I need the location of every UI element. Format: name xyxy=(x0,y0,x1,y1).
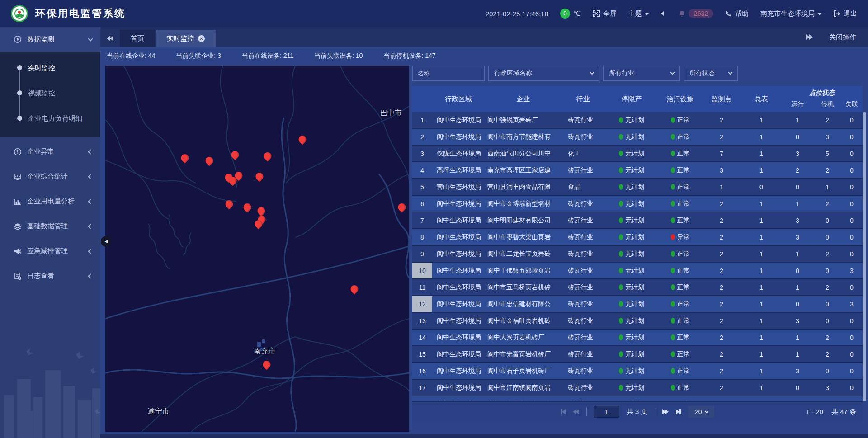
chevron-down-icon xyxy=(590,71,594,75)
sidebar-item-log-view[interactable]: 日志查看 xyxy=(0,264,100,288)
last-page-button[interactable] xyxy=(676,409,681,414)
table-cell: 2 xyxy=(702,330,741,345)
industry-select[interactable]: 所有行业 xyxy=(603,66,680,81)
page-size-select[interactable]: 20 xyxy=(688,406,714,418)
table-row[interactable]: 12阆中生态环境局阆中市忠信建材有限公砖瓦行业无计划正常21003 xyxy=(412,296,863,312)
table-row[interactable]: 14阆中生态环境局阆中大兴页岩机砖厂砖瓦行业无计划正常21120 xyxy=(412,330,863,345)
table-cell: 无计划 xyxy=(604,313,659,329)
table-cell: 砖瓦行业 xyxy=(561,162,604,178)
table-cell: 阆中生态环境局 xyxy=(432,313,485,329)
table-cell: 6 xyxy=(814,396,841,401)
table-cell: 1 xyxy=(781,346,814,362)
first-page-button[interactable] xyxy=(561,409,566,414)
sidebar-item-power-analysis[interactable]: 企业用电量分析 xyxy=(0,189,100,214)
sidebar-item-data-monitor[interactable]: 数据监测 xyxy=(0,27,100,52)
table-row[interactable]: 1阆中生态环境局阆中强锐页岩砖厂砖瓦行业无计划正常21120 xyxy=(412,112,863,128)
column-header-run[interactable]: 运行 xyxy=(781,100,814,108)
table-row[interactable]: 10阆中生态环境局阆中千佛镇五郎垭页岩砖瓦行业无计划正常21003 xyxy=(412,263,863,278)
map-collapse-toggle[interactable]: ◀ xyxy=(101,236,112,247)
column-header-stop[interactable]: 停机 xyxy=(814,100,841,108)
table-row[interactable]: 18南部生态环境局南部县砌华山泥有限公建材加工无计划正常60060 xyxy=(412,396,863,401)
sidebar-item-power-load-detail[interactable]: 企业电力负荷明细 xyxy=(0,106,100,131)
name-search-input[interactable] xyxy=(412,66,485,81)
table-cell: 2 xyxy=(702,279,741,295)
table-row[interactable]: 4高坪生态环境局南充市高坪区王家店建砖瓦行业无计划正常31220 xyxy=(412,162,863,178)
tab-realtime-monitor[interactable]: 实时监控 ✕ xyxy=(156,30,216,47)
tabs-scroll-right-button[interactable] xyxy=(800,28,819,46)
close-operations-button[interactable]: 关闭操作 xyxy=(829,33,856,42)
column-header-points[interactable]: 监测点 xyxy=(702,86,741,112)
table-cell: 0 xyxy=(841,229,863,245)
table-scrollbar[interactable] xyxy=(863,112,866,401)
tab-close-icon[interactable]: ✕ xyxy=(198,35,205,42)
table-cell: 17 xyxy=(412,380,432,396)
prev-page-button[interactable] xyxy=(573,409,579,414)
table-cell: 砖瓦行业 xyxy=(561,196,604,212)
status-dot-green-icon xyxy=(671,217,675,223)
sidebar-item-video-monitor[interactable]: 视频监控 xyxy=(0,80,100,106)
table-cell: 阆中生态环境局 xyxy=(432,296,485,312)
table-row[interactable]: 8阆中生态环境局阆中市枣碧大梁山页岩砖瓦行业无计划异常21300 xyxy=(412,229,863,245)
sidebar-item-company-statistics[interactable]: 企业综合统计 xyxy=(0,164,100,189)
column-header-facility[interactable]: 治污设施 xyxy=(659,86,702,112)
status-dot-green-icon xyxy=(619,251,623,257)
region-select[interactable]: 行政区域名称 xyxy=(488,66,599,81)
table-cell: 正常 xyxy=(659,363,702,379)
sidebar-item-base-data[interactable]: 基础数据管理 xyxy=(0,214,100,239)
mute-button[interactable] xyxy=(660,10,667,17)
table-cell: 2 xyxy=(702,380,741,396)
fullscreen-button[interactable]: 全屏 xyxy=(593,9,617,18)
table-row[interactable]: 16阆中生态环境局阆中市石子页岩机砖厂砖瓦行业无计划正常21300 xyxy=(412,363,863,379)
column-header-company[interactable]: 企业 xyxy=(485,86,561,112)
tab-home[interactable]: 首页 xyxy=(120,30,155,47)
table-cell: 18 xyxy=(412,396,432,401)
map-panel[interactable]: ◀ 巴中市南充市遂宁市 xyxy=(105,66,409,432)
tabs-scroll-left-button[interactable] xyxy=(100,30,120,47)
column-header-lost[interactable]: 失联 xyxy=(841,100,863,108)
status-dot-green-icon xyxy=(619,117,623,123)
status-dot-green-icon xyxy=(619,134,623,140)
column-header-industry[interactable]: 行业 xyxy=(561,86,604,112)
table-row[interactable]: 5营山生态环境局营山县润丰肉食品有限食品无计划正常10010 xyxy=(412,179,863,195)
table-row[interactable]: 11阆中生态环境局阆中市五马桥页岩机砖砖瓦行业无计划正常21120 xyxy=(412,279,863,295)
table-row[interactable]: 9阆中生态环境局阆中市二龙长宝页岩砖砖瓦行业无计划正常21120 xyxy=(412,246,863,262)
organization-dropdown[interactable]: 南充市生态环境局 xyxy=(760,9,821,18)
table-row[interactable]: 6阆中生态环境局阆中市金博瑞新型墙材砖瓦行业无计划正常21120 xyxy=(412,196,863,212)
help-button[interactable]: 帮助 xyxy=(725,9,749,18)
sidebar-item-company-abnormal[interactable]: 企业异常 xyxy=(0,139,100,164)
table-cell: 西南油气田分公司川中 xyxy=(485,146,561,161)
sidebar-item-emergency-reduction[interactable]: 应急减排管理 xyxy=(0,239,100,264)
table-row[interactable]: 2阆中生态环境局阆中市南方节能建材有砖瓦行业无计划正常21030 xyxy=(412,129,863,145)
table-cell: 无计划 xyxy=(604,363,659,379)
column-header-region[interactable]: 行政区域 xyxy=(432,86,485,112)
table-cell: 砖瓦行业 xyxy=(561,330,604,345)
sidebar-item-realtime-monitor[interactable]: 实时监控 xyxy=(0,55,100,80)
table-cell: 正常 xyxy=(659,146,702,161)
table-cell: 0 xyxy=(841,179,863,195)
table-cell: 2 xyxy=(814,346,841,362)
table-row[interactable]: 3仪陇生态环境局西南油气田分公司川中化工无计划正常71350 xyxy=(412,146,863,161)
table-body: 1阆中生态环境局阆中强锐页岩砖厂砖瓦行业无计划正常211202阆中生态环境局阆中… xyxy=(412,112,863,401)
table-cell: 正常 xyxy=(659,112,702,128)
column-header-limit[interactable]: 停限产 xyxy=(604,86,659,112)
next-page-button[interactable] xyxy=(662,409,669,414)
table-cell: 3 xyxy=(841,296,863,312)
table-row[interactable]: 13阆中生态环境局阆中市金福旺页岩机砖砖瓦行业无计划正常21300 xyxy=(412,313,863,329)
table-cell: 1 xyxy=(781,112,814,128)
logout-button[interactable]: 退出 xyxy=(833,9,857,18)
table-row[interactable]: 17阆中生态环境局阆中市江南镇阆南页岩砖瓦行业无计划正常21030 xyxy=(412,380,863,396)
table-row[interactable]: 7阆中生态环境局阆中明阳建材有限公司砖瓦行业无计划正常21300 xyxy=(412,212,863,228)
page-number-input[interactable] xyxy=(594,406,619,418)
chevron-down-icon xyxy=(88,36,93,41)
table-cell: 无计划 xyxy=(604,246,659,262)
table-cell: 2 xyxy=(412,129,432,145)
table-cell: 无计划 xyxy=(604,279,659,295)
notifications-button[interactable]: 2632 xyxy=(679,9,713,18)
status-select[interactable]: 所有状态 xyxy=(684,66,738,81)
table-cell: 3 xyxy=(781,212,814,228)
column-header-meters[interactable]: 总表 xyxy=(741,86,781,112)
table-cell: 0 xyxy=(781,380,814,396)
theme-dropdown[interactable]: 主题 xyxy=(628,9,649,18)
table-row[interactable]: 15阆中生态环境局阆中市光富页岩机砖厂砖瓦行业无计划正常21120 xyxy=(412,346,863,362)
table-cell: 阆中生态环境局 xyxy=(432,346,485,362)
